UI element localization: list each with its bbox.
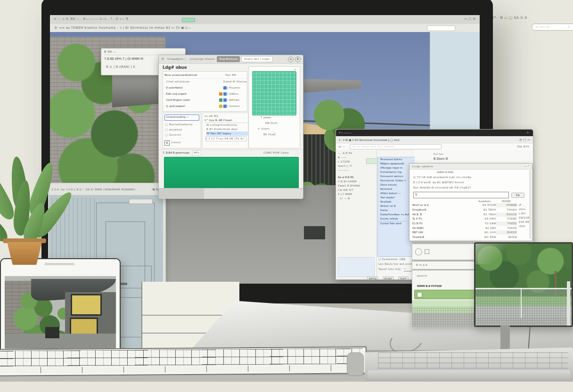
footer-button[interactable]: THEE [398,277,409,279]
sketch-keyboard [0,346,367,376]
corner-icon[interactable]: B [164,140,170,146]
mid-row[interactable]: B BY Znofurteok door [206,127,248,131]
side-label: zttre [519,207,529,212]
dialog-tab-2[interactable]: Lresevige shesve [188,56,217,62]
sidebar-table-row[interactable]: Eww1 B BHAB4 [338,184,377,188]
dialog-tab-3-active[interactable]: Tesp Bimicuse [217,56,240,62]
footer-button[interactable]: BOWE [383,277,394,279]
props-row-green[interactable] [412,307,477,313]
glass-balustrade [475,289,572,318]
radio-option[interactable]: ◯ Gencren [165,133,200,137]
list-row[interactable]: D suterfoliné j fhuome [163,85,247,91]
dialog-help-button[interactable]: a [288,57,294,62]
list-row[interactable]: Elde und export l Odbne [163,91,247,97]
sidebar-row[interactable]: ———— [338,168,377,172]
mid-row[interactable]: W cutlogntrendunma [206,123,248,127]
props-row-green[interactable] [412,300,477,307]
table-row[interactable]: EA WWHB1 EBHTHEHE [412,226,517,230]
right-window-toolbar[interactable]: 2 : 9 W ▣ S DS Voncereoa Sneceoeat y ◯ t… [336,136,533,144]
subfooter-chip[interactable]: MPu [192,150,201,155]
table-row[interactable]: 4A B. BB1 7BAHRHOHE [412,212,517,217]
row-value: l Odbne [227,92,247,96]
sub-dialog-titlebar[interactable]: Curge uptatea — ˅ [409,163,532,170]
table-row[interactable]: E1 B.THTG EBWTHEEE [412,221,517,226]
glass-frame [567,281,570,326]
mid-input[interactable]: L 2 L7 T+av EB.AB (TU An [205,136,246,141]
tool-circle-icon[interactable] [415,248,422,255]
green-grid-preview[interactable] [252,71,296,115]
tool-square-icon[interactable] [425,249,429,254]
cell-b: HHMAB [496,203,517,207]
sidebar-table-row[interactable]: Ba w B·B ML [338,175,377,180]
table-row[interactable]: Tinetrd BWL RAWWHEN [412,235,517,240]
table-row[interactable]: Binet ue w dAA ROOMHHMAB [412,203,517,208]
mid-row[interactable]: 1^ Gue B..AB Cheam [205,118,248,123]
table-row[interactable]: Ty 4 THAA EWHTHEME [412,217,517,221]
radio-option[interactable]: ◯ Roenafréafaniut [165,122,200,127]
side-label: EB/EGR [519,216,529,220]
table-row[interactable]: RBT OWWL UHHRHEHE [412,230,517,235]
table-row[interactable]: EmejdnerbB1 TBHHTHHAH [412,208,517,212]
photo-bench [45,327,59,338]
list-row[interactable]: Neve suravevandvahnud · Poe 4M [163,72,247,79]
side-label: JP - [519,203,529,207]
cell-a: B1 7BAH [476,212,496,217]
list-row[interactable]: Clnat solutionos Ested W Otsuna [163,79,247,85]
cad-toolbar-text[interactable]: 1.6.6 ·2a· C+A·} B.0 :: D6.K! MMM CMABAM… [51,188,152,192]
app-toolbar-row2[interactable]: B· == as TEWEM bramee ihssmsmq ◦ c | Br … [50,24,480,33]
cell-b: THHAH [496,208,517,212]
sidebar-row[interactable]: — ·A.R.TA [338,151,377,155]
menu-item[interactable]: Reseteset botres [378,157,415,162]
dialog-tabbar: ◔ Hrsaadgrtu | Lresevige shesve Tesp Bim… [159,55,303,64]
cad-mini-toolbar[interactable] [129,199,153,204]
right-label: DB Dunt [265,121,298,125]
cell-b: THEHE [496,226,517,230]
props-green-button[interactable] [414,290,475,299]
right-toolbar-right-icons[interactable]: ◔ □ ↩ [519,138,530,143]
footer-button[interactable]: RBTW [367,277,378,279]
props-section-bar [412,260,477,261]
sub-scrollbar[interactable] [529,170,531,239]
cell-a: WL UHH [476,230,496,235]
list-row[interactable]: Q. ped ouparel | Gutone [163,103,247,109]
sub-line: Lutes ru tutu [437,170,503,174]
props-panel: B m.a.b pavere MMM B.E-TVTOW [412,241,478,327]
keyboard-spacebar-row [0,365,363,373]
bench [304,226,325,239]
dialog-tab-search-input[interactable]: Eesen wct | Lispe [241,56,273,62]
sub-ok-button[interactable]: Ew [511,193,524,198]
cell-a: AA EWH [476,217,496,221]
dialog-tab-1[interactable]: Hrsaadgrtu | [165,56,188,62]
titlebar-controls[interactable]: · T · [525,131,530,135]
right-window-titlebar[interactable]: 7 • ——— · T · [336,130,533,136]
sidebar-table-row[interactable]: · L? — B [338,196,377,201]
forest-light-patch [475,244,508,264]
list-row[interactable]: Clert-fingam noort i ddfndo [163,97,247,103]
cell-label: Ty 4 TH [412,217,476,221]
sub-dialog-controls[interactable]: — ˅ [524,164,530,169]
toolbar2-input-chip[interactable] [427,25,455,31]
dialog-close-button[interactable]: B [295,57,301,62]
right-sidebar: — ·A.R.TA B —— L 1700B taant |, Fi ———— … [336,150,377,279]
sidebar-table-row[interactable]: 5 L7 MMB [338,192,377,196]
subrow-input[interactable]: ·—··— ——— —— —— ———— [350,144,442,149]
sidebar-row[interactable]: taant |, Fi [338,164,377,168]
sidebar-table-row[interactable]: 1 B B+1AMM [338,180,377,184]
subrow-icon[interactable]: ≡ — [339,145,345,149]
name-input[interactable]: Cmanonsudmg — [164,114,199,121]
mid-row[interactable]: Lu.aB W/J [205,114,248,118]
right-toolbar-icons[interactable]: 2 : 9 W ▣ S DS Voncereoa Sneceoeat y ◯ t… [339,138,519,142]
wall-pill-badge: ⋮ [567,24,571,30]
layer-color-icon [223,86,227,90]
cell-label: EA WWH [412,226,476,230]
toolbar2-icons[interactable]: B· == as TEWEM bramee ihssmsmq ◦ c | Br … [55,25,356,31]
app-toolbar-row1[interactable]: ≡ — + S. BO — · A———— 2—L . ? , O «— ¶ ▭… [50,15,480,24]
sidebar-table-row[interactable]: Cw AW %7 [338,188,377,192]
sub-search-input[interactable]: 5 [413,192,509,198]
green-preview-bar [164,157,299,189]
radio-option[interactable]: ◯ answéed [165,128,200,132]
mid-row-selected[interactable]: PP Mae 2B7 legacy [206,131,248,136]
toolbar1-right-icons[interactable]: ▭ □ ◔ · [438,16,478,22]
side-label: rEttr [519,224,529,229]
layer-color-icon [219,105,222,108]
